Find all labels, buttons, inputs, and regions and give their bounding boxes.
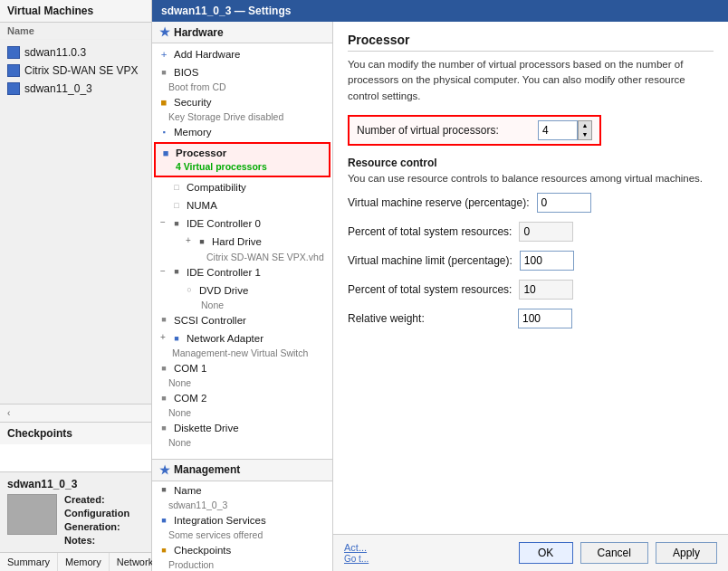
processor-icon: ■	[159, 147, 172, 159]
security-icon: ■	[158, 96, 170, 109]
settings-body: Processor You can modify the number of v…	[333, 22, 728, 534]
management-icon: ★	[159, 463, 170, 477]
dialog-title: sdwan11_0_3 — Settings	[152, 0, 728, 22]
diskette-sub: None	[152, 437, 332, 449]
vm-panel-title: Virtual Machines	[7, 5, 93, 17]
name-sub: sdwan11_0_3	[152, 500, 332, 511]
act-link[interactable]: Act...Go t...	[344, 542, 512, 564]
tree-ide1[interactable]: − ■ IDE Controller 1	[152, 263, 332, 281]
vm-limit-input[interactable]	[520, 251, 574, 271]
vm-limit-row: Virtual machine limit (percentage):	[348, 251, 714, 271]
tree-integration[interactable]: ■ Integration Services	[152, 511, 332, 529]
vm-detail-section: sdwan11_0_3 Created: Configuration Gener…	[0, 471, 151, 552]
tree-memory[interactable]: ▪ Memory	[152, 123, 332, 141]
bottom-buttons: Act...Go t... OK Cancel Apply	[333, 534, 728, 571]
right-side-content: ★ Hardware + Add Hardware ■ BIOS	[152, 22, 728, 571]
tree-compatibility[interactable]: □ Compatibility	[152, 178, 332, 196]
integration-sub: Some services offered	[152, 529, 332, 541]
vm-limit-label: Virtual machine limit (percentage):	[348, 254, 512, 267]
tree-bios[interactable]: ■ BIOS	[152, 63, 332, 81]
collapse-btn[interactable]: ‹	[0, 404, 151, 422]
processor-sub: 4 Virtual processors	[176, 160, 267, 174]
com2-sub: None	[152, 407, 332, 419]
tree-security[interactable]: ■ Security	[152, 93, 332, 111]
com1-icon: ■	[158, 362, 170, 375]
num-vp-row: Number of virtual processors: ▲ ▼	[348, 115, 601, 146]
right-side: sdwan11_0_3 — Settings ★ Hardware + Add …	[152, 0, 728, 571]
ide0-icon: ■	[170, 217, 183, 230]
tree-diskette[interactable]: ■ Diskette Drive	[152, 419, 332, 437]
security-sub: Key Storage Drive disabled	[152, 111, 332, 123]
vm-name: sdwan11_0_3	[24, 82, 92, 95]
tree-com2[interactable]: ■ COM 2	[152, 389, 332, 407]
expand-hd[interactable]: +	[183, 235, 194, 246]
scsi-icon: ■	[158, 314, 170, 327]
vm-detail-info: Created: Configuration Generation: Notes…	[64, 494, 129, 547]
tree-harddrive[interactable]: + ■ Hard Drive	[152, 233, 332, 251]
ok-button[interactable]: OK	[519, 542, 573, 564]
tab-summary[interactable]: Summary	[0, 553, 58, 571]
spinner-up[interactable]: ▲	[579, 121, 591, 130]
vm-reserve-label: Virtual machine reserve (percentage):	[348, 196, 530, 209]
checkpoints-sub: Production	[152, 559, 332, 571]
vm-item[interactable]: sdwan11.0.3	[0, 43, 151, 62]
tree-name[interactable]: ■ Name	[152, 481, 332, 500]
tab-memory[interactable]: Memory	[58, 553, 110, 571]
section-title: Processor	[348, 33, 714, 52]
vm-reserve-input[interactable]	[537, 193, 591, 213]
com1-sub: None	[152, 377, 332, 389]
resource-section: Resource control You can use resource co…	[348, 157, 714, 328]
vm-item[interactable]: Citrix SD-WAN SE VPX	[0, 62, 151, 80]
tree-scsi[interactable]: ■ SCSI Controller	[152, 311, 332, 329]
hardware-tree: + Add Hardware ■ BIOS Boot from CD ■ S	[152, 43, 332, 459]
tree-network[interactable]: + ■ Network Adapter	[152, 329, 332, 347]
pct-total-2-row: Percent of total system resources:	[348, 280, 714, 300]
net-sub: Management-new Virtual Switch	[152, 347, 332, 359]
tree-add-hardware[interactable]: + Add Hardware	[152, 45, 332, 63]
tree-ide0[interactable]: − ■ IDE Controller 0	[152, 214, 332, 233]
vm-list: sdwan11.0.3 Citrix SD-WAN SE VPX sdwan11…	[0, 40, 151, 404]
relative-weight-row: Relative weight:	[348, 309, 714, 328]
tree-com1[interactable]: ■ COM 1	[152, 359, 332, 377]
expand-net[interactable]: +	[158, 332, 168, 343]
created-row: Created:	[64, 494, 129, 505]
notes-row: Notes:	[64, 535, 129, 546]
vm-name: Citrix SD-WAN SE VPX	[24, 64, 139, 77]
tree-processor[interactable]: ■ Processor 4 Virtual processors	[154, 142, 330, 177]
expand-ide1[interactable]: −	[158, 266, 168, 277]
vm-column-header: Name	[0, 23, 151, 40]
num-vp-spinner: ▲ ▼	[538, 120, 592, 140]
main-window: Virtual Machines Name sdwan11.0.3 Citrix…	[0, 0, 728, 571]
spinner-down[interactable]: ▼	[579, 130, 591, 139]
apply-button[interactable]: Apply	[656, 542, 717, 564]
pct-total-1-input[interactable]	[519, 222, 573, 242]
tree-checkpoints[interactable]: ■ Checkpoints	[152, 541, 332, 559]
pct-total-2-input[interactable]	[519, 280, 573, 300]
bios-icon: ■	[158, 66, 170, 79]
relative-weight-input[interactable]	[518, 309, 572, 328]
cancel-button[interactable]: Cancel	[580, 542, 648, 564]
resource-desc: You can use resource controls to balance…	[348, 173, 714, 184]
resource-title: Resource control	[348, 157, 714, 169]
memory-icon: ▪	[158, 126, 170, 138]
tree-dvd[interactable]: ○ DVD Drive	[152, 281, 332, 300]
vm-item[interactable]: sdwan11_0_3	[0, 80, 151, 98]
hardware-title: Hardware	[174, 26, 224, 39]
pct-total-2-label: Percent of total system resources:	[348, 283, 512, 296]
hd-sub: Citrix SD-WAN SE VPX.vhd	[152, 252, 332, 263]
pct-total-1-row: Percent of total system resources:	[348, 222, 714, 242]
checkpoints-header: Checkpoints	[0, 423, 151, 444]
vm-reserve-row: Virtual machine reserve (percentage):	[348, 193, 714, 213]
left-panel: Virtual Machines Name sdwan11.0.3 Citrix…	[0, 0, 152, 571]
expand-ide0[interactable]: −	[158, 217, 168, 228]
num-vp-input[interactable]	[538, 120, 578, 140]
vm-detail-name: sdwan11_0_3	[7, 478, 144, 490]
vm-icon	[7, 64, 20, 77]
relative-weight-label: Relative weight:	[348, 312, 511, 325]
checkpoints-section: Checkpoints	[0, 422, 151, 471]
dvd-sub: None	[152, 300, 332, 311]
num-vp-label: Number of virtual processors:	[357, 124, 538, 137]
gen-label: Generation:	[64, 521, 129, 532]
vm-panel-header: Virtual Machines	[0, 0, 151, 23]
tree-numa[interactable]: □ NUMA	[152, 196, 332, 214]
